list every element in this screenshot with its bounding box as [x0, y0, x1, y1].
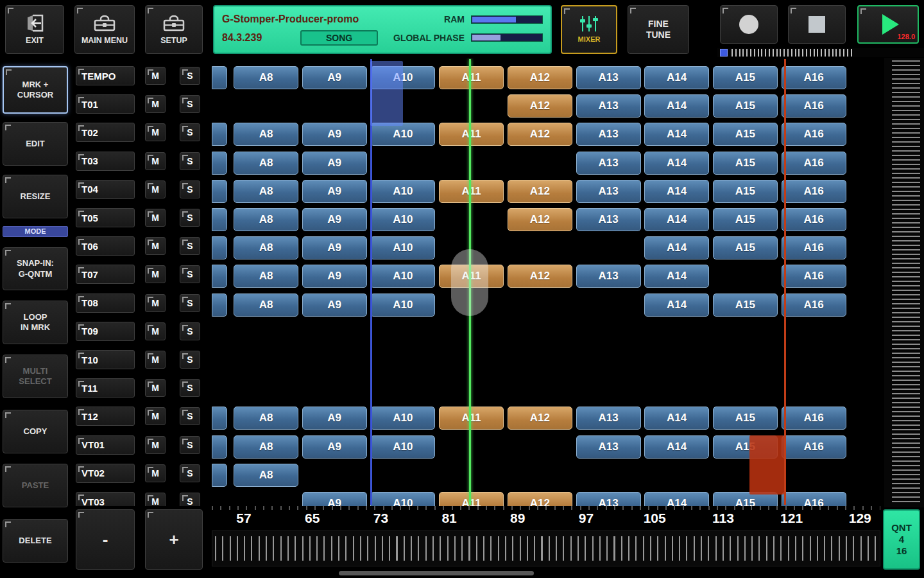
- pattern-cell[interactable]: A8: [234, 464, 298, 487]
- timeline-ruler[interactable]: 576573818997105113121129: [212, 506, 880, 529]
- pattern-cell[interactable]: A9: [302, 435, 367, 459]
- pattern-cell[interactable]: A9: [302, 66, 367, 89]
- pattern-cell[interactable]: A9: [302, 152, 367, 175]
- overview-strip[interactable]: [212, 530, 880, 566]
- pattern-cell-partial[interactable]: [212, 180, 227, 203]
- sidebar-item-resize[interactable]: RESIZE: [3, 175, 68, 218]
- mute-button[interactable]: M: [145, 209, 166, 227]
- sidebar-item-paste[interactable]: PASTE: [3, 464, 68, 507]
- pattern-cell[interactable]: A13: [576, 94, 641, 118]
- pattern-cell[interactable]: A8: [234, 208, 298, 231]
- pattern-cell[interactable]: A10: [370, 435, 435, 459]
- track-button-t09[interactable]: T09: [76, 322, 135, 341]
- solo-button[interactable]: S: [180, 407, 200, 425]
- pattern-cell[interactable]: A14: [644, 123, 709, 146]
- pattern-cell[interactable]: A12: [508, 407, 572, 430]
- pattern-cell[interactable]: A13: [576, 66, 641, 89]
- pattern-cell[interactable]: A9: [302, 407, 367, 430]
- pattern-cell[interactable]: A8: [234, 265, 298, 288]
- pattern-cell[interactable]: A12: [508, 180, 572, 203]
- track-button-t04[interactable]: T04: [76, 180, 135, 199]
- mixer-button[interactable]: MIXER: [561, 5, 617, 54]
- pattern-cell-partial[interactable]: [212, 265, 227, 288]
- pattern-cell-partial[interactable]: [212, 293, 227, 317]
- scroll-thumb-icon[interactable]: [720, 49, 728, 57]
- pattern-cell[interactable]: A16: [782, 293, 846, 317]
- vertical-scrollbar[interactable]: [884, 58, 924, 507]
- solo-button[interactable]: S: [180, 123, 200, 141]
- pattern-cell[interactable]: A13: [576, 123, 641, 146]
- pattern-cell[interactable]: A13: [576, 152, 641, 175]
- bottom-scrollbar[interactable]: [339, 571, 534, 575]
- track-button-t06[interactable]: T06: [76, 236, 135, 256]
- track-button-tempo[interactable]: TEMPO: [76, 66, 135, 85]
- record-button[interactable]: [720, 5, 778, 44]
- pattern-cell[interactable]: A9: [302, 236, 367, 259]
- pattern-cell[interactable]: A15: [713, 94, 778, 118]
- pattern-cell-partial[interactable]: [212, 464, 227, 487]
- pattern-cell[interactable]: A12: [508, 66, 572, 89]
- pattern-cell[interactable]: A8: [234, 66, 298, 89]
- pattern-cell[interactable]: A9: [302, 293, 367, 317]
- mute-button[interactable]: M: [145, 407, 166, 425]
- track-button-t07[interactable]: T07: [76, 265, 135, 284]
- solo-button[interactable]: S: [180, 209, 200, 227]
- pattern-cell[interactable]: A15: [713, 180, 778, 203]
- pattern-cell[interactable]: A10: [370, 123, 435, 146]
- pattern-cell[interactable]: A15: [713, 208, 778, 231]
- pattern-cell[interactable]: A10: [370, 293, 435, 317]
- pattern-cell[interactable]: A16: [782, 236, 846, 259]
- pattern-cell-partial[interactable]: [212, 236, 227, 259]
- solo-button[interactable]: S: [180, 265, 200, 283]
- pattern-cell[interactable]: A10: [370, 492, 435, 506]
- grid-h-scrollbar[interactable]: [717, 48, 924, 57]
- pattern-cell[interactable]: A14: [644, 152, 709, 175]
- pattern-cell[interactable]: A9: [302, 265, 367, 288]
- solo-button[interactable]: S: [180, 67, 200, 85]
- pattern-cell[interactable]: A13: [576, 180, 641, 203]
- solo-button[interactable]: S: [180, 294, 200, 312]
- pattern-cell-partial[interactable]: [212, 435, 227, 459]
- pattern-cell[interactable]: A8: [234, 407, 298, 430]
- track-button-t11[interactable]: T11: [76, 378, 135, 398]
- fine-tune-button[interactable]: FINE TUNE: [628, 5, 689, 54]
- pattern-cell[interactable]: A15: [713, 152, 778, 175]
- pattern-cell[interactable]: A11: [439, 66, 504, 89]
- pattern-cell[interactable]: A16: [782, 152, 846, 175]
- exit-button[interactable]: EXIT: [5, 5, 64, 54]
- track-button-t05[interactable]: T05: [76, 208, 135, 227]
- pattern-cell[interactable]: A8: [234, 152, 298, 175]
- sidebar-item-copy[interactable]: COPY: [3, 410, 68, 453]
- pattern-cell[interactable]: A13: [576, 492, 641, 506]
- pattern-cell-partial[interactable]: [212, 152, 227, 175]
- pattern-cell[interactable]: A8: [234, 180, 298, 203]
- solo-button[interactable]: S: [180, 237, 200, 255]
- pattern-cell[interactable]: A10: [370, 265, 435, 288]
- pattern-cell[interactable]: A12: [508, 265, 572, 288]
- pattern-cell[interactable]: A9: [302, 180, 367, 203]
- setup-button[interactable]: SETUP: [145, 5, 203, 54]
- track-button-t03[interactable]: T03: [76, 152, 135, 171]
- pattern-cell[interactable]: A10: [370, 236, 435, 259]
- pattern-cell[interactable]: A15: [713, 66, 778, 89]
- pattern-cell[interactable]: A16: [782, 492, 846, 506]
- mute-button[interactable]: M: [145, 322, 166, 340]
- solo-button[interactable]: S: [180, 152, 200, 170]
- mute-button[interactable]: M: [145, 152, 166, 170]
- pattern-cell[interactable]: A15: [713, 236, 778, 259]
- pattern-cell[interactable]: A10: [370, 407, 435, 430]
- pattern-cell[interactable]: A12: [508, 208, 572, 231]
- pattern-cell[interactable]: A14: [644, 236, 709, 259]
- pattern-cell[interactable]: A8: [234, 293, 298, 317]
- solo-button[interactable]: S: [180, 351, 200, 369]
- play-button[interactable]: 128.0: [857, 5, 919, 44]
- mute-button[interactable]: M: [145, 123, 166, 141]
- pattern-cell[interactable]: A15: [713, 407, 778, 430]
- zoom-in-button[interactable]: +: [145, 509, 203, 570]
- track-button-t02[interactable]: T02: [76, 123, 135, 142]
- pattern-cell[interactable]: A16: [782, 435, 846, 459]
- pattern-cell[interactable]: A11: [439, 180, 504, 203]
- sidebar-item-snap-in-g-qntm[interactable]: SNAP-IN: G-QNTM: [3, 247, 68, 290]
- pattern-cell[interactable]: A16: [782, 94, 846, 118]
- pattern-cell-partial[interactable]: [212, 208, 227, 231]
